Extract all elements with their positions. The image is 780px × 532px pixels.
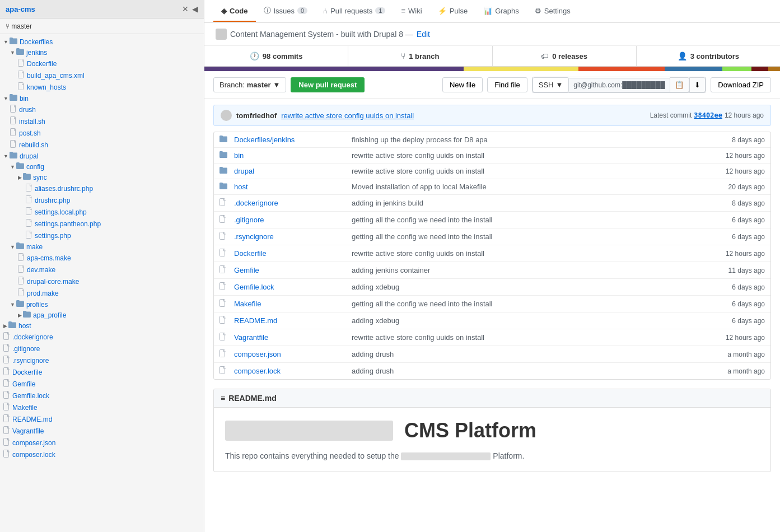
table-row[interactable]: Gemfile.lockadding xdebug6 days ago: [214, 279, 770, 296]
file-name-link[interactable]: Vagrantfile: [234, 333, 346, 342]
tree-item-config[interactable]: ▼ config: [0, 161, 204, 172]
table-row[interactable]: hostMoved installation of app to local M…: [214, 179, 770, 195]
close-icon[interactable]: ✕: [182, 4, 189, 13]
tab-issues[interactable]: ⓘ Issues0: [256, 0, 316, 22]
tab-pull-requests[interactable]: ⑃ Pull requests1: [315, 1, 393, 22]
commit-sha-link[interactable]: 38402ee: [694, 111, 722, 119]
table-row[interactable]: .dockerignoreadding in jenkins build8 da…: [214, 195, 770, 212]
tree-item-profiles[interactable]: ▼ profiles: [0, 299, 204, 310]
tree-item-rebuild_sh[interactable]: rebuild.sh: [0, 139, 204, 151]
settings-icon: ⚙: [535, 7, 541, 15]
tree-item-prod_make[interactable]: prod.make: [0, 287, 204, 299]
branches-stat[interactable]: ⑂ 1 branch: [348, 46, 492, 66]
repo-title[interactable]: apa-cms: [6, 5, 35, 13]
tree-item-drushrc[interactable]: drushrc.php: [0, 194, 204, 206]
commit-author-name[interactable]: tomfriedhof: [236, 111, 277, 120]
tree-item-host[interactable]: ▶ host: [0, 320, 204, 331]
tab-wiki[interactable]: ≡ Wiki: [393, 1, 429, 22]
tab-settings[interactable]: ⚙ Settings: [527, 1, 578, 22]
file-name-link[interactable]: host: [234, 183, 346, 191]
tree-item-gitignore-r[interactable]: .gitignore: [0, 343, 204, 354]
table-row[interactable]: drupalrewrite active store config uuids …: [214, 164, 770, 179]
table-row[interactable]: .rsyncignoregetting all the config we ne…: [214, 228, 770, 245]
tree-item-apa_profile[interactable]: ▶ apa_profile: [0, 310, 204, 320]
file-icon: [18, 82, 25, 92]
tree-item-build_apa[interactable]: build_apa_cms.xml: [0, 69, 204, 81]
find-file-button[interactable]: Find file: [487, 77, 527, 92]
tree-item-gemfile_lock-r[interactable]: Gemfile.lock: [0, 390, 204, 402]
tree-item-bin[interactable]: ▼ bin: [0, 93, 204, 104]
tree-item-make[interactable]: ▼ make: [0, 241, 204, 252]
tree-item-install_sh[interactable]: install.sh: [0, 115, 204, 127]
new-pull-request-button[interactable]: New pull request: [291, 77, 365, 92]
table-row[interactable]: composer.jsonadding drusha month ago: [214, 346, 770, 363]
releases-stat[interactable]: 🏷 0 releases: [493, 46, 637, 66]
file-name-link[interactable]: .rsyncignore: [234, 232, 346, 241]
repo-edit-link[interactable]: Edit: [417, 30, 430, 39]
tree-item-dev_make[interactable]: dev.make: [0, 264, 204, 276]
commits-stat[interactable]: 🕐 98 commits: [204, 46, 348, 66]
file-name-link[interactable]: .dockerignore: [234, 199, 346, 207]
tab-code[interactable]: ◈ Code: [213, 1, 256, 22]
commit-message-link[interactable]: rewrite active store config uuids on ins…: [281, 111, 414, 120]
table-row[interactable]: Vagrantfilerewrite active store config u…: [214, 329, 770, 346]
tree-item-drupal[interactable]: ▼ drupal: [0, 151, 204, 161]
tree-item-gemfile-r[interactable]: Gemfile: [0, 378, 204, 390]
file-name-link[interactable]: composer.json: [234, 350, 346, 358]
tree-item-rsyncignore-r[interactable]: .rsyncignore: [0, 354, 204, 366]
tree-item-makefile-r[interactable]: Makefile: [0, 402, 204, 413]
table-row[interactable]: binrewrite active store config uuids on …: [214, 148, 770, 164]
tree-item-readme-r[interactable]: README.md: [0, 413, 204, 425]
file-name-link[interactable]: Dockerfiles/jenkins: [234, 136, 346, 144]
table-row[interactable]: Dockerfiles/jenkinsfinishing up the depl…: [214, 132, 770, 148]
file-name-link[interactable]: composer.lock: [234, 367, 346, 375]
file-name-link[interactable]: README.md: [234, 316, 346, 325]
file-name-link[interactable]: drupal: [234, 167, 346, 175]
file-name-link[interactable]: Gemfile.lock: [234, 283, 346, 291]
tree-item-settings[interactable]: settings.php: [0, 230, 204, 241]
contributors-stat[interactable]: 👤 3 contributors: [637, 46, 780, 66]
ssh-dropdown[interactable]: SSH ▼: [533, 77, 569, 92]
table-row[interactable]: composer.lockadding drusha month ago: [214, 363, 770, 379]
tree-item-sync[interactable]: ▶ sync: [0, 172, 204, 183]
tree-item-aliases[interactable]: aliases.drushrc.php: [0, 183, 204, 194]
file-name-link[interactable]: Makefile: [234, 300, 346, 308]
tree-item-drush[interactable]: drush: [0, 104, 204, 115]
tree-item-label: Vagrantfile: [12, 427, 44, 435]
tree-item-dockerfile-j[interactable]: Dockerfile: [0, 58, 204, 69]
tree-item-jenkins[interactable]: ▼ jenkins: [0, 47, 204, 58]
download-zip-button[interactable]: Download ZIP: [711, 77, 771, 92]
table-row[interactable]: Dockerfilerewrite active store config uu…: [214, 245, 770, 262]
collapse-sidebar-icon[interactable]: ◀: [192, 4, 198, 13]
copy-clone-url-button[interactable]: 📋: [670, 77, 689, 92]
tree-item-settings_pantheon[interactable]: settings.pantheon.php: [0, 218, 204, 230]
table-row[interactable]: .gitignoregetting all the config we need…: [214, 212, 770, 228]
branch-dropdown[interactable]: Branch: master ▼: [213, 77, 286, 92]
branch-selector[interactable]: ⑂ master: [0, 18, 204, 34]
tree-item-dockerignore-r[interactable]: .dockerignore: [0, 331, 204, 343]
tree-item-vagrantfile-r[interactable]: Vagrantfile: [0, 425, 204, 437]
tree-item-composer_lock-r[interactable]: composer.lock: [0, 449, 204, 460]
file-icon: [219, 232, 230, 241]
new-file-button[interactable]: New file: [442, 77, 483, 92]
file-name-link[interactable]: .gitignore: [234, 216, 346, 224]
tree-item-post_sh[interactable]: post.sh: [0, 127, 204, 139]
file-name-link[interactable]: bin: [234, 151, 346, 160]
file-name-link[interactable]: Dockerfile: [234, 249, 346, 258]
tree-item-drupal_core_make[interactable]: drupal-core.make: [0, 276, 204, 287]
tree-item-known_hosts[interactable]: known_hosts: [0, 81, 204, 93]
tab-pulse[interactable]: ⚡ Pulse: [430, 1, 476, 22]
table-row[interactable]: Gemfileadding jenkins container11 days a…: [214, 262, 770, 279]
file-name-link[interactable]: Gemfile: [234, 266, 346, 274]
tree-item-composer_json-r[interactable]: composer.json: [0, 437, 204, 449]
table-row[interactable]: Makefilegetting all the config we need i…: [214, 296, 770, 312]
tree-item-apa_cms_make[interactable]: apa-cms.make: [0, 252, 204, 264]
clone-url-input[interactable]: [569, 78, 670, 92]
tree-item-dockerfile-r[interactable]: Dockerfile: [0, 366, 204, 378]
table-row[interactable]: README.mdadding xdebug6 days ago: [214, 312, 770, 329]
download-clone-button[interactable]: ⬇: [689, 77, 706, 92]
tree-item-settings_local[interactable]: settings.local.php: [0, 206, 204, 218]
ssh-label: SSH: [539, 81, 554, 89]
tab-graphs[interactable]: 📊 Graphs: [475, 1, 527, 22]
tree-item-dockerfiles[interactable]: ▼ Dockerfiles: [0, 36, 204, 47]
